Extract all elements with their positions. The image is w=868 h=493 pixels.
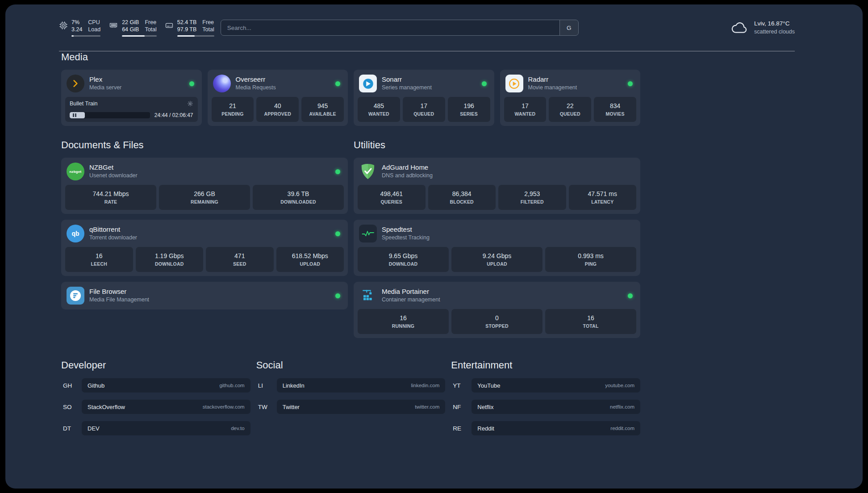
status-dot bbox=[482, 81, 487, 86]
service-description: DNS and adblocking bbox=[382, 172, 433, 180]
stat-tile: 21 PENDING bbox=[212, 97, 254, 122]
stat-tile: 86,384 BLOCKED bbox=[428, 185, 496, 210]
nzbget-icon: nzbget bbox=[67, 163, 84, 180]
playback-progress-bar bbox=[70, 112, 150, 118]
bookmark-stackoverflow[interactable]: SO StackOverflowstackoverflow.com bbox=[61, 400, 250, 414]
service-name: Overseerr bbox=[236, 75, 276, 84]
stat-tile: 17 WANTED bbox=[504, 97, 547, 122]
section-title-social: Social bbox=[256, 359, 446, 371]
stat-tile: 9.65 Gbps DOWNLOAD bbox=[358, 247, 449, 272]
stat-tile: 945 AVAILABLE bbox=[301, 97, 344, 122]
cpu-widget: 7% 3.24 CPU Load bbox=[59, 19, 100, 37]
bookmark-group-social: Social LI LinkedInlinkedin.com TW Twitte… bbox=[256, 359, 446, 435]
stat-tile: 39.6 TB DOWNLOADED bbox=[253, 185, 344, 210]
disk-total: 97.9 TB bbox=[177, 26, 197, 33]
stat-tile: 196 SERIES bbox=[448, 97, 490, 122]
status-dot bbox=[335, 169, 340, 174]
bookmark-netflix[interactable]: NF Netflixnetflix.com bbox=[451, 400, 640, 414]
stat-tile: 16 LEECH bbox=[65, 247, 133, 272]
disk-icon bbox=[165, 21, 174, 30]
stat-tile: 471 SEED bbox=[206, 247, 274, 272]
cpu-usage-bar bbox=[71, 35, 100, 37]
plex-icon bbox=[67, 75, 84, 92]
service-description: Series management bbox=[382, 84, 432, 92]
bookmark-github[interactable]: GH Githubgithub.com bbox=[61, 378, 250, 393]
documents-column: Documents & Files nzbget NZBGet Usenet d… bbox=[61, 139, 348, 309]
weather-widget[interactable]: Lviv, 16.87°C scattered clouds bbox=[730, 20, 795, 35]
bookmark-twitter[interactable]: TW Twittertwitter.com bbox=[256, 400, 446, 414]
service-card-overseerr[interactable]: Overseerr Media Requests 21 PENDING 40 A… bbox=[208, 70, 348, 126]
cpu-icon bbox=[59, 21, 68, 30]
section-title-documents: Documents & Files bbox=[61, 139, 348, 151]
memory-free-label: Free bbox=[145, 19, 156, 26]
now-playing-title: Bullet Train bbox=[70, 100, 98, 107]
service-card-portainer[interactable]: Media Portainer Container management 16 … bbox=[354, 282, 640, 338]
stat-tile: 40 APPROVED bbox=[256, 97, 299, 122]
resource-monitors: 7% 3.24 CPU Load bbox=[59, 19, 214, 37]
service-description: Media Requests bbox=[236, 84, 276, 92]
filebrowser-icon bbox=[67, 287, 84, 305]
service-card-radarr[interactable]: Radarr Movie management 17 WANTED 22 QUE… bbox=[500, 70, 641, 126]
section-title-utilities: Utilities bbox=[354, 139, 640, 151]
search-bar: G bbox=[221, 20, 579, 36]
stat-tile: 17 QUEUED bbox=[403, 97, 445, 122]
service-name: File Browser bbox=[89, 288, 149, 296]
stat-tile: 2,953 FILTERED bbox=[498, 185, 566, 210]
service-card-sonarr[interactable]: Sonarr Series management 485 WANTED 17 Q… bbox=[354, 70, 494, 126]
status-dot bbox=[628, 81, 633, 86]
service-description: Torrent downloader bbox=[89, 234, 137, 242]
adguard-icon bbox=[359, 163, 377, 180]
service-card-nzbget[interactable]: nzbget NZBGet Usenet downloader 744.21 M… bbox=[61, 158, 348, 214]
disk-free-label: Free bbox=[202, 19, 214, 26]
disk-widget: 52.4 TB 97.9 TB Free Total bbox=[165, 19, 214, 37]
service-name: Radarr bbox=[528, 75, 577, 84]
service-description: Speedtest Tracking bbox=[382, 234, 430, 242]
search-input[interactable] bbox=[221, 20, 559, 35]
service-name: qBittorrent bbox=[89, 226, 137, 234]
memory-usage-bar bbox=[122, 35, 157, 37]
cpu-label: CPU bbox=[88, 19, 100, 26]
overseerr-icon bbox=[213, 75, 231, 92]
service-name: NZBGet bbox=[89, 163, 138, 172]
status-dot bbox=[335, 231, 340, 236]
disk-usage-bar bbox=[177, 35, 214, 37]
stat-tile: 485 WANTED bbox=[358, 97, 400, 122]
stat-tile: 22 QUEUED bbox=[549, 97, 591, 122]
stat-tile: 744.21 Mbps RATE bbox=[65, 185, 156, 210]
bookmark-dev[interactable]: DT DEVdev.to bbox=[61, 421, 250, 435]
cpu-usage: 7% bbox=[71, 19, 82, 26]
utilities-column: Utilities AdGuard Home DNS and adblockin… bbox=[354, 139, 640, 338]
status-dot bbox=[189, 81, 194, 86]
service-card-filebrowser[interactable]: File Browser Media File Management bbox=[61, 282, 348, 309]
service-card-plex[interactable]: Plex Media server Bullet Train bbox=[61, 70, 202, 126]
stat-tile: 9.24 Gbps UPLOAD bbox=[451, 247, 542, 272]
bookmark-youtube[interactable]: YT YouTubeyoutube.com bbox=[451, 378, 640, 393]
two-column-row: Documents & Files nzbget NZBGet Usenet d… bbox=[61, 139, 640, 338]
section-title-entertainment: Entertainment bbox=[451, 359, 640, 371]
service-description: Movie management bbox=[528, 84, 577, 92]
now-playing-panel: Bullet Train 24:44 / 02:06:47 bbox=[65, 97, 198, 122]
weather-location-temp: Lviv, 16.87°C bbox=[754, 20, 795, 28]
section-title-media: Media bbox=[61, 51, 640, 63]
bookmark-linkedin[interactable]: LI LinkedInlinkedin.com bbox=[256, 378, 446, 393]
service-name: Media Portainer bbox=[382, 288, 440, 296]
service-name: Sonarr bbox=[382, 75, 432, 84]
stat-tile: 47.571 ms LATENCY bbox=[569, 185, 637, 210]
service-description: Media server bbox=[89, 84, 121, 92]
disk-free: 52.4 TB bbox=[177, 19, 197, 26]
stat-tile: 266 GB REMAINING bbox=[159, 185, 250, 210]
service-description: Usenet downloader bbox=[89, 172, 138, 180]
bookmark-reddit[interactable]: RE Redditreddit.com bbox=[451, 421, 640, 435]
service-card-adguard[interactable]: AdGuard Home DNS and adblocking 498,461 … bbox=[354, 158, 640, 214]
service-card-qbittorrent[interactable]: qb qBittorrent Torrent downloader 16 LEE… bbox=[61, 220, 348, 276]
stat-tile: 0 STOPPED bbox=[451, 309, 542, 334]
settings-icon[interactable] bbox=[187, 100, 193, 107]
service-card-speedtest[interactable]: Speedtest Speedtest Tracking 9.65 Gbps D… bbox=[354, 220, 640, 276]
search-provider-button[interactable]: G bbox=[559, 20, 578, 35]
stat-tile: 1.19 Gbps DOWNLOAD bbox=[136, 247, 204, 272]
disk-total-label: Total bbox=[202, 26, 214, 33]
speedtest-icon bbox=[359, 225, 377, 242]
dashboard: 7% 3.24 CPU Load bbox=[5, 4, 863, 489]
bookmarks-section: Developer GH Githubgithub.com SO StackOv… bbox=[61, 359, 640, 453]
bookmark-group-entertainment: Entertainment YT YouTubeyoutube.com NF N… bbox=[451, 359, 640, 435]
